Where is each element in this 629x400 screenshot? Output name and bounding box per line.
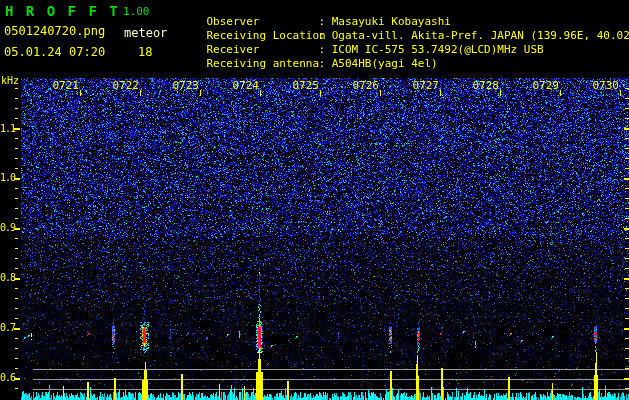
info-value: A504HB(yagi 4el) (332, 57, 438, 70)
freq-tick-label: 1.0 (0, 172, 14, 184)
info-label: Receiving antenna (207, 58, 319, 70)
info-separator: : (319, 57, 332, 70)
time-tick-label: 0724 (229, 80, 259, 92)
time-tick-label: 0722 (109, 80, 139, 92)
freq-tick-label: 1.1 (0, 123, 14, 135)
time-tick-label: 0727 (409, 80, 439, 92)
freq-tick-label: 0.6 (0, 372, 14, 384)
freq-tick-label: 0.9 (0, 222, 14, 234)
info-row-antenna: Receiving antenna: A504HB(yagi 4el) (180, 46, 438, 82)
output-filename: 0501240720.png (4, 25, 105, 37)
time-tick-label: 0723 (169, 80, 199, 92)
hrofft-screen: H R O F F T 1.00 0501240720.png meteor 0… (0, 0, 629, 400)
app-title: H R O F F T (5, 3, 120, 19)
time-tick-label: 0729 (529, 80, 559, 92)
app-version: 1.00 (123, 5, 150, 18)
freq-tick-label: 0.8 (0, 272, 14, 284)
time-tick-label: 0721 (49, 80, 79, 92)
time-tick-label: 0728 (469, 80, 499, 92)
meteor-count: 18 (138, 46, 152, 58)
time-tick-label: 0730 (589, 80, 619, 92)
mode-label: meteor (124, 26, 167, 40)
freq-tick-label: 0.7 (0, 322, 14, 334)
observation-datetime: 05.01.24 07:20 (4, 46, 105, 58)
freq-axis-unit: kHz (1, 75, 19, 87)
time-tick-label: 0725 (289, 80, 319, 92)
time-tick-label: 0726 (349, 80, 379, 92)
